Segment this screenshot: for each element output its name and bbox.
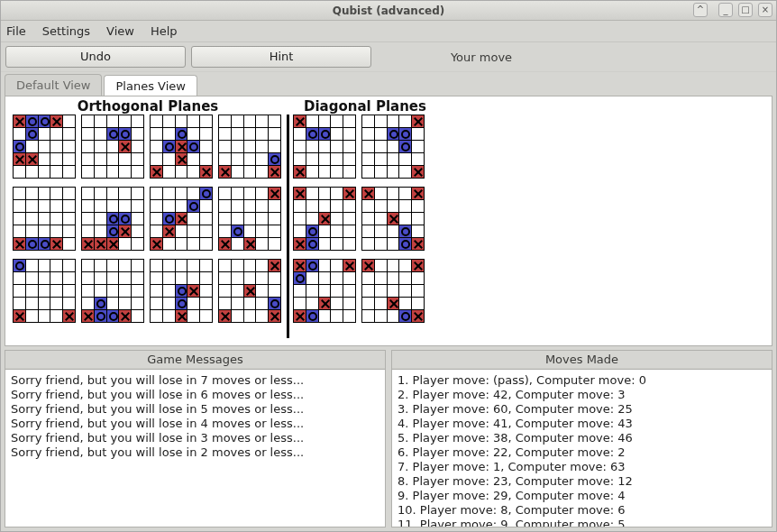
cell[interactable] [343, 188, 356, 200]
cell[interactable] [82, 200, 95, 213]
cell[interactable] [25, 188, 38, 200]
cell[interactable] [256, 310, 269, 323]
cell[interactable] [269, 285, 281, 298]
cell[interactable] [63, 260, 76, 272]
cell[interactable] [151, 285, 163, 298]
cell[interactable] [374, 213, 387, 225]
plane-grid[interactable] [361, 259, 425, 322]
cell[interactable] [231, 213, 243, 225]
cell[interactable] [362, 298, 375, 310]
cell[interactable] [318, 272, 331, 285]
cell[interactable] [187, 141, 200, 153]
cell[interactable] [362, 188, 375, 200]
cell[interactable] [175, 166, 187, 179]
cell[interactable] [94, 153, 106, 166]
cell[interactable] [387, 225, 399, 238]
cell[interactable] [374, 141, 387, 153]
cell[interactable] [331, 310, 343, 323]
cell[interactable] [294, 128, 306, 141]
cell[interactable] [343, 285, 356, 298]
cell[interactable] [243, 200, 256, 213]
cell[interactable] [132, 298, 144, 310]
cell[interactable] [187, 260, 200, 272]
cell[interactable] [219, 272, 232, 285]
cell[interactable] [343, 200, 356, 213]
cell[interactable] [82, 285, 95, 298]
cell[interactable] [269, 272, 281, 285]
cell[interactable] [119, 272, 132, 285]
plane-grid[interactable] [293, 187, 356, 250]
cell[interactable] [399, 200, 412, 213]
cell[interactable] [162, 115, 175, 128]
cell[interactable] [387, 238, 399, 251]
cell[interactable] [243, 141, 256, 153]
menu-file[interactable]: File [6, 24, 26, 38]
cell[interactable] [175, 260, 187, 272]
plane-grid[interactable] [13, 259, 76, 322]
plane-grid[interactable] [81, 259, 144, 322]
cell[interactable] [306, 128, 318, 141]
cell[interactable] [63, 153, 76, 166]
cell[interactable] [162, 298, 175, 310]
cell[interactable] [412, 128, 425, 141]
cell[interactable] [412, 115, 425, 128]
cell[interactable] [343, 128, 356, 141]
cell[interactable] [231, 238, 243, 251]
cell[interactable] [294, 272, 306, 285]
plane-grid[interactable] [150, 259, 213, 322]
cell[interactable] [374, 153, 387, 166]
cell[interactable] [306, 298, 318, 310]
cell[interactable] [243, 238, 256, 251]
cell[interactable] [119, 285, 132, 298]
cell[interactable] [187, 115, 200, 128]
cell[interactable] [387, 272, 399, 285]
cell[interactable] [119, 310, 132, 323]
cell[interactable] [162, 260, 175, 272]
cell[interactable] [269, 260, 281, 272]
cell[interactable] [387, 310, 399, 323]
cell[interactable] [132, 310, 144, 323]
cell[interactable] [331, 200, 343, 213]
tab-planes-view[interactable]: Planes View [104, 75, 197, 96]
cell[interactable] [119, 213, 132, 225]
cell[interactable] [25, 260, 38, 272]
cell[interactable] [306, 238, 318, 251]
plane-grid[interactable] [293, 115, 356, 178]
cell[interactable] [399, 285, 412, 298]
cell[interactable] [318, 200, 331, 213]
cell[interactable] [63, 272, 76, 285]
cell[interactable] [318, 260, 331, 272]
cell[interactable] [231, 153, 243, 166]
cell[interactable] [50, 298, 63, 310]
window-maximize-button[interactable]: □ [738, 3, 753, 17]
cell[interactable] [175, 272, 187, 285]
cell[interactable] [94, 272, 106, 285]
cell[interactable] [362, 272, 375, 285]
cell[interactable] [219, 310, 232, 323]
cell[interactable] [200, 153, 213, 166]
cell[interactable] [343, 238, 356, 251]
cell[interactable] [106, 285, 119, 298]
menu-view[interactable]: View [106, 24, 134, 38]
cell[interactable] [374, 260, 387, 272]
cell[interactable] [132, 200, 144, 213]
cell[interactable] [175, 310, 187, 323]
cell[interactable] [151, 141, 163, 153]
cell[interactable] [294, 213, 306, 225]
cell[interactable] [162, 285, 175, 298]
cell[interactable] [132, 128, 144, 141]
cell[interactable] [231, 200, 243, 213]
cell[interactable] [387, 115, 399, 128]
cell[interactable] [294, 141, 306, 153]
plane-grid[interactable] [361, 187, 425, 250]
cell[interactable] [14, 272, 26, 285]
cell[interactable] [269, 153, 281, 166]
cell[interactable] [151, 200, 163, 213]
cell[interactable] [14, 260, 26, 272]
cell[interactable] [374, 225, 387, 238]
cell[interactable] [256, 200, 269, 213]
cell[interactable] [14, 141, 26, 153]
cell[interactable] [399, 310, 412, 323]
cell[interactable] [243, 213, 256, 225]
cell[interactable] [175, 213, 187, 225]
